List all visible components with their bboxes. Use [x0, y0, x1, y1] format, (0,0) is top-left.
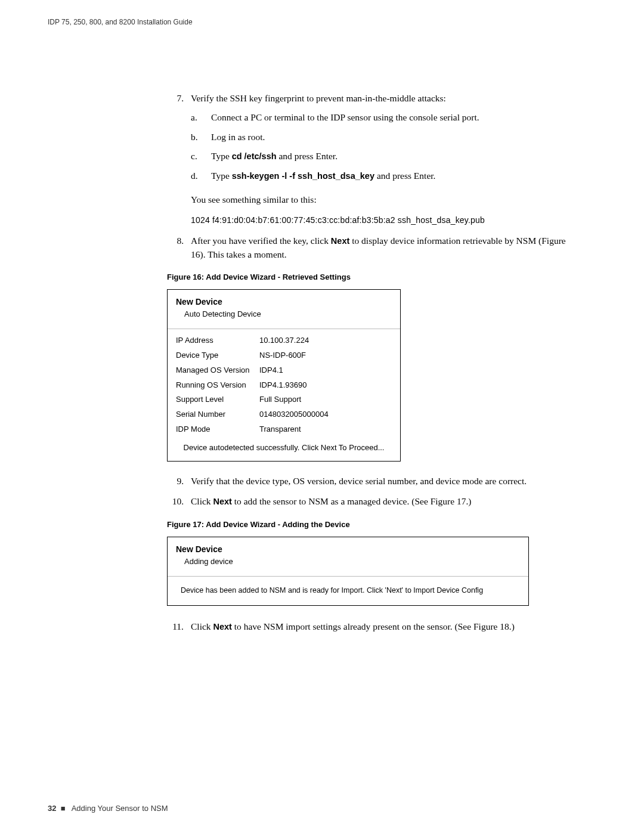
table-row: Device TypeNS-IDP-600F	[176, 350, 392, 361]
text: and press Enter.	[374, 171, 435, 181]
step-10: 10. Click Next to add the sensor to NSM …	[167, 495, 578, 508]
substep-text: Type cd /etc/ssh and press Enter.	[211, 150, 578, 163]
key: Support Level	[176, 394, 259, 405]
text: and press Enter.	[277, 151, 338, 161]
key: IDP Mode	[176, 424, 259, 435]
dialog-footer: Device autodetected successfully. Click …	[176, 439, 392, 454]
bold-next: Next	[213, 622, 231, 631]
dialog-subtitle: Adding device	[176, 556, 520, 568]
step-11: 11. Click Next to have NSM import settin…	[167, 620, 578, 633]
dialog-message: Device has been added to NSM and is read…	[168, 577, 528, 605]
page-header: IDP 75, 250, 800, and 8200 Installation …	[48, 18, 596, 26]
page-footer: 32 ■ Adding Your Sensor to NSM	[48, 804, 168, 813]
key: Device Type	[176, 350, 259, 361]
command: cd /etc/ssh	[232, 151, 277, 161]
substep-text: Connect a PC or terminal to the IDP sens…	[211, 111, 578, 124]
dialog-title: New Device	[176, 543, 520, 555]
substep-text: Log in as root.	[211, 131, 578, 144]
step-7: 7. Verify the SSH key fingerprint to pre…	[167, 92, 578, 186]
text: Click	[191, 496, 213, 506]
value: Full Support	[259, 394, 301, 405]
value: 0148032005000004	[259, 409, 329, 420]
step-text: Verify that the device type, OS version,…	[191, 475, 578, 488]
key: Serial Number	[176, 409, 259, 420]
text: Click	[191, 621, 213, 631]
step-8: 8. After you have verified the key, clic…	[167, 234, 578, 261]
substep-letter: d.	[191, 169, 211, 182]
new-device-dialog-retrieved: New Device Auto Detecting Device IP Addr…	[167, 289, 401, 462]
substep-letter: a.	[191, 111, 211, 124]
value: Transparent	[259, 424, 301, 435]
content-area: 7. Verify the SSH key fingerprint to pre…	[167, 92, 578, 633]
text: to have NSM import settings already pres…	[232, 621, 515, 631]
value: IDP4.1	[259, 365, 283, 376]
step-number: 8.	[167, 234, 191, 261]
table-row: IP Address10.100.37.224	[176, 335, 392, 346]
text: After you have verified the key, click	[191, 236, 331, 246]
table-row: Running OS VersionIDP4.1.93690	[176, 380, 392, 391]
figure-17-caption: Figure 17: Add Device Wizard - Adding th…	[167, 519, 578, 531]
substep-text: Type ssh-keygen -l -f ssh_host_dsa_key a…	[211, 169, 578, 182]
substep-letter: b.	[191, 131, 211, 144]
terminal-output: 1024 f4:91:d0:04:b7:61:00:77:45:c3:cc:bd…	[191, 214, 578, 226]
bold-next: Next	[331, 236, 349, 246]
command: ssh-keygen -l -f ssh_host_dsa_key	[232, 171, 374, 181]
table-row: IDP ModeTransparent	[176, 424, 392, 435]
table-row: Serial Number0148032005000004	[176, 409, 392, 420]
bold-next: Next	[213, 497, 231, 506]
substep-d: d. Type ssh-keygen -l -f ssh_host_dsa_ke…	[191, 169, 578, 182]
table-row: Managed OS VersionIDP4.1	[176, 365, 392, 376]
step-text: Verify the SSH key fingerprint to preven…	[191, 93, 446, 103]
value: NS-IDP-600F	[259, 350, 306, 361]
page-number: 32	[48, 804, 56, 813]
note-text: You see something similar to this:	[191, 193, 578, 206]
footer-sep: ■	[61, 804, 66, 813]
step-number: 7.	[167, 92, 191, 186]
substep-letter: c.	[191, 150, 211, 163]
dialog-body: IP Address10.100.37.224 Device TypeNS-ID…	[168, 329, 400, 461]
value: IDP4.1.93690	[259, 380, 307, 391]
step-text: Click Next to have NSM import settings a…	[191, 620, 578, 633]
step-text: After you have verified the key, click N…	[191, 234, 578, 261]
new-device-dialog-adding: New Device Adding device Device has been…	[167, 537, 529, 606]
step-number: 11.	[167, 620, 191, 633]
dialog-subtitle: Auto Detecting Device	[176, 309, 392, 320]
key: Running OS Version	[176, 380, 259, 391]
dialog-title: New Device	[176, 296, 392, 308]
text: Type	[211, 171, 232, 181]
step-number: 10.	[167, 495, 191, 508]
text: to add the sensor to NSM as a managed de…	[232, 496, 472, 506]
key: Managed OS Version	[176, 365, 259, 376]
substep-c: c. Type cd /etc/ssh and press Enter.	[191, 150, 578, 163]
text: Type	[211, 151, 232, 161]
value: 10.100.37.224	[259, 335, 309, 346]
step-9: 9. Verify that the device type, OS versi…	[167, 475, 578, 488]
step-text: Click Next to add the sensor to NSM as a…	[191, 495, 578, 508]
substep-a: a. Connect a PC or terminal to the IDP s…	[191, 111, 578, 124]
substep-b: b. Log in as root.	[191, 131, 578, 144]
footer-text: Adding Your Sensor to NSM	[72, 804, 168, 813]
step-number: 9.	[167, 475, 191, 488]
key: IP Address	[176, 335, 259, 346]
table-row: Support LevelFull Support	[176, 394, 392, 405]
figure-16-caption: Figure 16: Add Device Wizard - Retrieved…	[167, 272, 578, 283]
